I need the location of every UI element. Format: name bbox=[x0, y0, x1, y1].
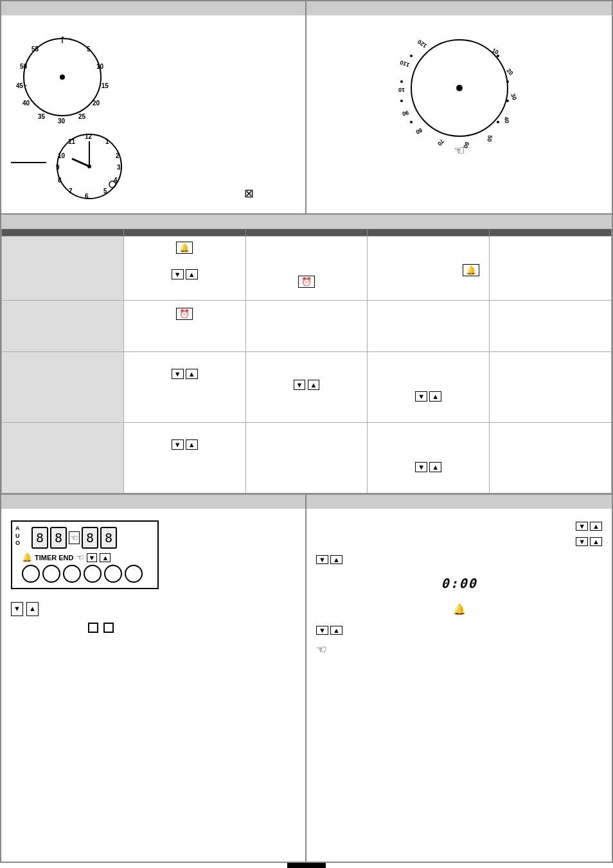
dial-label-20: 20 bbox=[93, 100, 100, 107]
btn-5[interactable] bbox=[104, 565, 122, 583]
dial-dot-7 bbox=[400, 80, 403, 83]
br-second-icons: ▼ ▲ bbox=[316, 536, 602, 548]
dial-dot-5 bbox=[410, 121, 413, 123]
br-updown-line: ▼ ▲ bbox=[316, 624, 602, 637]
instruction-table: 🔔 ▼ ▲ ⏰ bbox=[1, 229, 612, 493]
clock-marker bbox=[109, 181, 116, 188]
row4-col2 bbox=[245, 423, 368, 493]
table-header-4 bbox=[490, 229, 612, 236]
clock-icon-r2c1: ⏰ bbox=[176, 308, 193, 320]
table-header-1 bbox=[123, 229, 245, 236]
table-header-0 bbox=[2, 229, 124, 236]
time-value: 0:00 bbox=[441, 576, 477, 591]
mode-o: O bbox=[15, 540, 20, 547]
display-labels-row: 🔔 TIMER END ☜ ▼ ▲ bbox=[22, 553, 151, 562]
clock-11: 11 bbox=[68, 138, 76, 145]
row4-label bbox=[2, 423, 124, 493]
down-label-icon: ▼ bbox=[87, 553, 98, 562]
br-top-icons: ▼ ▲ bbox=[316, 520, 602, 533]
row1-col1: 🔔 ▼ ▲ bbox=[123, 236, 245, 301]
small-squares bbox=[88, 623, 296, 633]
thermo-50: 50 bbox=[486, 135, 493, 143]
minute-dial-container: 5 10 ·15 20 25 30 35 40 45 · bbox=[11, 27, 296, 127]
table-row-2: ⏰ bbox=[2, 301, 612, 352]
btn-2[interactable] bbox=[42, 565, 60, 583]
row1-col4 bbox=[490, 236, 612, 301]
bottom-left-text-area: ▼ ▲ bbox=[11, 602, 296, 633]
up-label-icon: ▲ bbox=[100, 553, 111, 562]
digit-4: 8 bbox=[100, 527, 117, 549]
clock-1: 1 bbox=[105, 138, 109, 145]
hand-icon-bottom: ☜ bbox=[316, 640, 602, 660]
clock-face-svg: 12 1 2 3 4 5 6 7 8 9 10 11 bbox=[53, 130, 127, 204]
row3-label bbox=[2, 352, 124, 423]
br-up-final: ▲ bbox=[330, 626, 342, 635]
timer-end-label: TIMER END bbox=[35, 554, 74, 562]
row4-col3: ▼ ▲ bbox=[368, 423, 490, 493]
thermo-20: 20 bbox=[505, 67, 514, 76]
dial-dot-2 bbox=[506, 80, 509, 83]
row2-col4 bbox=[490, 301, 612, 352]
hour-hand bbox=[72, 159, 89, 166]
down-icon-r3c3: ▼ bbox=[415, 391, 427, 402]
br-down-final: ▼ bbox=[316, 626, 328, 635]
row1-col2: ⏰ bbox=[245, 236, 368, 301]
bottom-left-header bbox=[1, 495, 305, 509]
row3-col1: ▼ ▲ bbox=[123, 352, 245, 423]
row4-col1: ▼ ▲ bbox=[123, 423, 245, 493]
mode-u: U bbox=[15, 533, 20, 540]
table-row-1: 🔔 ▼ ▲ ⏰ bbox=[2, 236, 612, 301]
display-panel: A U O 8 8 ☜ 8 8 🔔 TIMER END ☜ bbox=[11, 520, 159, 589]
bl-down-icon: ▼ bbox=[11, 602, 23, 616]
clock-10: 10 bbox=[58, 152, 66, 159]
clock-9: 9 bbox=[56, 164, 60, 171]
dial-label-25: 25 bbox=[78, 113, 86, 120]
btn-4[interactable] bbox=[84, 565, 102, 583]
digit-row: 8 8 ☜ 8 8 bbox=[31, 527, 151, 549]
hand-label-icon: ☜ bbox=[76, 553, 84, 562]
mode-a: A bbox=[15, 525, 20, 533]
bell-icon-bottom: 🔔 bbox=[316, 601, 602, 618]
bl-up-icon: ▲ bbox=[26, 602, 39, 616]
btn-3[interactable] bbox=[63, 565, 81, 583]
up-icon-r4c1: ▲ bbox=[186, 439, 198, 450]
dial-dot-4 bbox=[497, 121, 499, 123]
dial-label-5: 5 bbox=[87, 46, 91, 53]
row2-col3 bbox=[368, 301, 490, 352]
square-2 bbox=[103, 623, 114, 633]
br-up-icon-2: ▲ bbox=[590, 537, 602, 546]
top-left-header bbox=[1, 1, 305, 15]
bottom-left-updown: ▼ ▲ bbox=[11, 602, 296, 616]
clock-5: 5 bbox=[103, 188, 107, 195]
br-left-icons: ▼ ▲ bbox=[316, 554, 602, 566]
top-right-panel: 10 20 30 40 50 60 70 80 90 bbox=[306, 1, 612, 213]
clock-2: 2 bbox=[116, 152, 120, 159]
thermo-10: 10 bbox=[491, 47, 500, 56]
table-header-3 bbox=[368, 229, 490, 236]
down-icon-r3c1: ▼ bbox=[172, 369, 184, 379]
br-down-icon-left: ▼ bbox=[316, 555, 328, 564]
page: 5 10 ·15 20 25 30 35 40 45 · bbox=[0, 0, 613, 868]
thermo-40: 40 bbox=[503, 116, 510, 123]
thermo-80: 80 bbox=[414, 127, 423, 136]
thermo-120: 120 bbox=[416, 39, 428, 49]
down-icon-r4c3: ▼ bbox=[415, 462, 427, 472]
btn-6[interactable] bbox=[125, 565, 143, 583]
dial-dot-3 bbox=[506, 100, 509, 102]
dial-label-50: 50 bbox=[20, 63, 28, 70]
bottom-left-panel: A U O 8 8 ☜ 8 8 🔔 TIMER END ☜ bbox=[1, 495, 306, 862]
up-icon-r3c1: ▲ bbox=[186, 369, 198, 379]
dial-label-45: 45 · bbox=[16, 82, 27, 89]
dial-dot-1 bbox=[497, 55, 499, 57]
digit-1: 8 bbox=[31, 527, 48, 549]
bell-icon-r1c1: 🔔 bbox=[176, 242, 193, 254]
row2-label bbox=[2, 301, 124, 352]
clock-8: 8 bbox=[58, 177, 62, 184]
row1-label bbox=[2, 236, 124, 301]
down-icon-r1c1: ▼ bbox=[172, 269, 184, 279]
table-row-3: ▼ ▲ ▼ ▲ ▼ bbox=[2, 352, 612, 423]
clock-7: 7 bbox=[69, 188, 73, 195]
thermo-100: 100 bbox=[398, 87, 405, 93]
row2-col2 bbox=[245, 301, 368, 352]
btn-1[interactable] bbox=[22, 565, 40, 583]
